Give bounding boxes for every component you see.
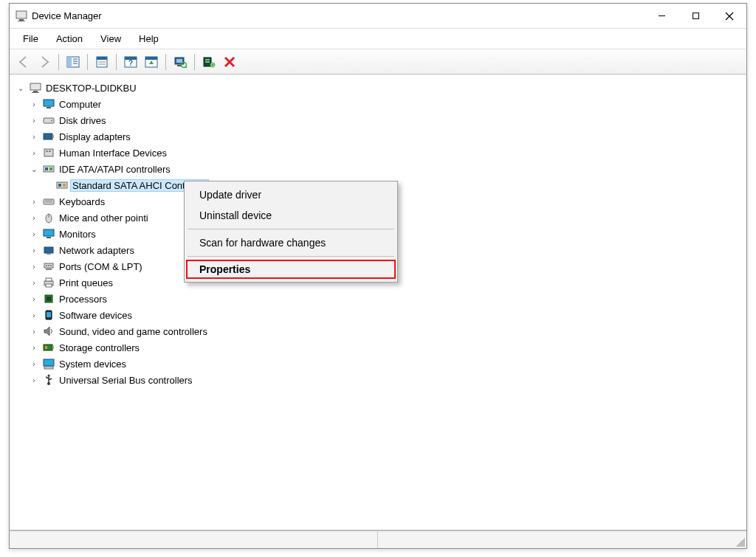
menu-file[interactable]: File (16, 32, 46, 46)
expand-toggle[interactable]: › (29, 294, 39, 304)
printer-icon (43, 277, 55, 288)
expand-toggle[interactable]: ⌄ (16, 83, 26, 93)
svg-rect-73 (47, 312, 51, 317)
tree-root[interactable]: ⌄ DESKTOP-LDIDKBU (16, 80, 743, 96)
usb-icon (43, 374, 55, 386)
svg-rect-35 (30, 83, 41, 90)
tree-item-computer[interactable]: › Computer (29, 96, 743, 112)
tree-item-processors[interactable]: › Processors (29, 291, 743, 307)
svg-rect-20 (145, 57, 157, 60)
context-uninstall-device[interactable]: Uninstall device (186, 205, 396, 226)
svg-rect-29 (205, 61, 210, 63)
tree-item-ide[interactable]: ⌄ IDE ATA/ATAPI controllers (29, 161, 743, 177)
svg-rect-49 (49, 167, 52, 170)
expand-toggle[interactable]: › (29, 99, 39, 109)
menubar: File Action View Help (10, 29, 746, 49)
minimize-button[interactable] (645, 4, 678, 28)
tree-item-sound[interactable]: › Sound, video and game controllers (29, 323, 743, 339)
properties-button[interactable] (92, 52, 111, 72)
system-device-icon (43, 358, 55, 370)
expand-toggle[interactable]: › (29, 277, 39, 288)
expand-toggle[interactable]: › (29, 115, 39, 125)
device-tree[interactable]: ⌄ DESKTOP-LDIDKBU › Computer (10, 75, 746, 530)
scan-hardware-button[interactable] (171, 52, 190, 72)
svg-rect-44 (44, 149, 53, 156)
expand-toggle[interactable]: › (29, 359, 39, 369)
expand-toggle[interactable]: › (29, 131, 39, 142)
ide-controller-icon (43, 163, 55, 175)
svg-rect-39 (47, 107, 51, 108)
expand-toggle[interactable]: › (29, 245, 39, 255)
svg-rect-78 (44, 359, 54, 366)
keyboard-icon (43, 196, 55, 207)
svg-rect-4 (693, 13, 698, 19)
expand-toggle[interactable]: › (29, 261, 39, 271)
svg-marker-74 (44, 327, 49, 336)
update-settings-button[interactable] (142, 52, 161, 72)
expand-toggle[interactable]: › (29, 326, 39, 336)
status-cell-left (10, 531, 378, 548)
display-adapter-icon (43, 131, 55, 142)
context-scan-changes[interactable]: Scan for hardware changes (186, 232, 396, 253)
resize-grip[interactable] (736, 538, 745, 547)
svg-rect-1 (19, 19, 24, 21)
expand-toggle[interactable]: › (29, 375, 39, 385)
tree-item-system-devices[interactable]: › System devices (29, 356, 743, 372)
svg-rect-43 (52, 135, 54, 138)
forward-button[interactable] (35, 52, 54, 72)
svg-rect-13 (97, 57, 107, 60)
back-button[interactable] (14, 52, 33, 72)
software-device-icon (43, 309, 55, 321)
tree-item-usb[interactable]: › Universal Serial Bus controllers (29, 372, 743, 388)
svg-rect-23 (176, 59, 182, 63)
maximize-button[interactable] (678, 4, 712, 28)
menu-help[interactable]: Help (131, 32, 166, 46)
svg-rect-71 (47, 297, 51, 301)
statusbar (10, 530, 746, 548)
svg-rect-45 (46, 151, 48, 152)
show-hide-tree-button[interactable] (63, 52, 83, 72)
menu-view[interactable]: View (93, 32, 128, 46)
expand-toggle[interactable]: › (29, 148, 39, 158)
monitor-icon (43, 98, 55, 110)
svg-rect-51 (58, 184, 61, 187)
expand-toggle[interactable]: › (29, 196, 39, 207)
tree-item-storage-controllers[interactable]: › Storage controllers (29, 339, 743, 356)
svg-point-41 (51, 120, 52, 122)
device-manager-icon (16, 10, 27, 22)
svg-rect-77 (52, 346, 54, 349)
tree-item-software-devices[interactable]: › Software devices (29, 307, 743, 323)
svg-text:?: ? (128, 59, 133, 67)
svg-rect-66 (46, 269, 52, 270)
client-area: ⌄ DESKTOP-LDIDKBU › Computer (10, 75, 746, 548)
tree-item-display-adapters[interactable]: › Display adapters (29, 128, 743, 145)
svg-rect-42 (44, 134, 52, 139)
uninstall-button[interactable] (220, 52, 239, 72)
svg-point-65 (50, 265, 52, 266)
sound-icon (43, 325, 55, 337)
expand-toggle[interactable]: › (29, 310, 39, 320)
expand-toggle[interactable]: › (29, 229, 39, 239)
svg-rect-28 (205, 59, 210, 60)
context-properties[interactable]: Properties (186, 260, 396, 279)
expand-toggle[interactable]: › (29, 212, 39, 223)
expand-toggle[interactable]: ⌄ (29, 164, 39, 174)
help-button[interactable]: ? (121, 52, 140, 72)
context-separator (188, 229, 394, 229)
context-update-driver[interactable]: Update driver (186, 184, 396, 205)
expand-toggle[interactable]: › (29, 342, 39, 353)
svg-rect-75 (44, 345, 52, 350)
svg-rect-46 (49, 151, 51, 152)
svg-rect-38 (44, 100, 54, 106)
network-icon (43, 244, 55, 256)
svg-rect-2 (18, 21, 25, 21)
svg-rect-59 (47, 237, 51, 238)
close-button[interactable] (712, 4, 746, 28)
add-legacy-button[interactable] (199, 52, 219, 72)
disk-icon (43, 114, 55, 126)
tree-item-hid[interactable]: › Human Interface Devices (29, 145, 743, 161)
computer-root-icon (30, 82, 41, 94)
svg-rect-36 (33, 91, 38, 92)
menu-action[interactable]: Action (49, 32, 90, 46)
tree-item-disk-drives[interactable]: › Disk drives (29, 112, 743, 128)
